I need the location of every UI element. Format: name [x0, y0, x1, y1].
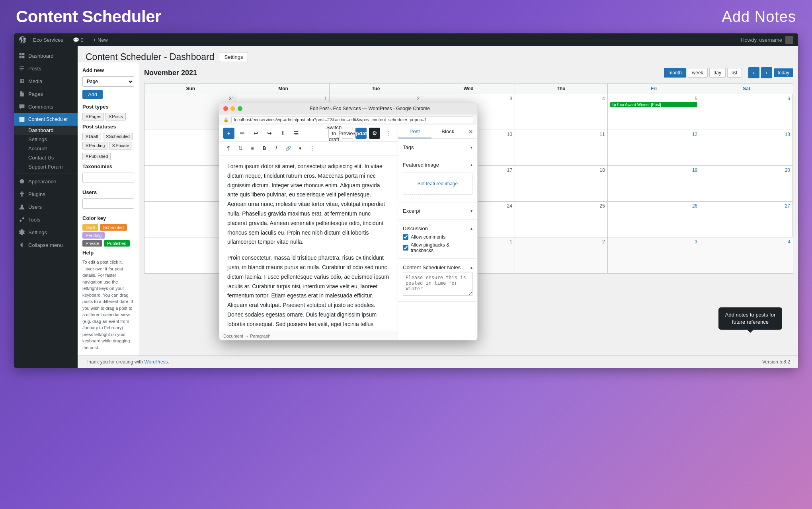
- tag-private[interactable]: ✕Private: [109, 142, 132, 150]
- allow-pingbacks-checkbox[interactable]: [403, 245, 408, 251]
- sidebar-item-appearance[interactable]: Appearance: [14, 175, 78, 188]
- sidebar-sub-support[interactable]: Support Forum: [14, 162, 78, 171]
- cal-cell-nov13[interactable]: 13: [700, 130, 793, 166]
- italic-button[interactable]: I: [271, 143, 281, 153]
- svg-rect-3: [22, 56, 25, 58]
- add-button[interactable]: Add: [82, 90, 103, 99]
- allow-comments-checkbox[interactable]: [403, 234, 408, 240]
- sidebar-item-settings[interactable]: Settings: [14, 226, 78, 239]
- sidebar-sub-contact[interactable]: Contact Us: [14, 153, 78, 162]
- sidebar-sub-dashboard[interactable]: Dashboard: [14, 126, 78, 135]
- close-btn-red[interactable]: [223, 106, 228, 111]
- cal-header-thu: Thu: [515, 84, 608, 94]
- list-view-icon[interactable]: ☰: [291, 128, 302, 139]
- sidebar-item-tools[interactable]: Tools: [14, 213, 78, 226]
- options-icon[interactable]: ⋮: [307, 143, 317, 153]
- site-name[interactable]: Eco Services: [30, 37, 66, 43]
- settings-gear-button[interactable]: ⚙: [369, 128, 380, 139]
- tab-block[interactable]: Block: [431, 125, 465, 138]
- sidebar-item-posts[interactable]: Posts: [14, 62, 78, 75]
- cal-cell-nov5[interactable]: 5 4p Eco Award Winner [Post]: [608, 94, 701, 130]
- sidebar-item-pages[interactable]: Pages: [14, 87, 78, 100]
- switch-to-draft-button[interactable]: Switch to draft: [328, 128, 340, 139]
- sidebar-item-collapse[interactable]: Collapse menu: [14, 239, 78, 251]
- excerpt-chevron[interactable]: ▾: [470, 209, 472, 213]
- notes-textarea[interactable]: [403, 272, 472, 296]
- cal-cell-nov12[interactable]: 12: [608, 130, 701, 166]
- cal-cell-nov20[interactable]: 20: [700, 166, 793, 202]
- sidebar-item-plugins[interactable]: Plugins: [14, 188, 78, 200]
- tag-posts[interactable]: ✕Posts: [105, 113, 126, 120]
- more-options-icon[interactable]: ⋮: [383, 128, 394, 139]
- cal-cell-dec2[interactable]: 2: [515, 237, 608, 273]
- wp-editor: + ✏ ↩ ↪ ℹ ☰ Switch to draft: [219, 125, 477, 340]
- sidebar-item-media[interactable]: Media: [14, 75, 78, 87]
- notes-chevron[interactable]: ▴: [470, 265, 472, 270]
- add-block-button[interactable]: +: [223, 128, 234, 139]
- sidebar-posts-label: Posts: [28, 66, 41, 72]
- footer-link[interactable]: WordPress.: [144, 359, 169, 365]
- tag-draft[interactable]: ✕Draft: [82, 133, 101, 140]
- settings-button[interactable]: Settings: [219, 52, 248, 62]
- sidebar-item-content-scheduler[interactable]: Content Scheduler: [14, 113, 78, 126]
- preview-button[interactable]: Preview: [342, 128, 353, 139]
- today-button[interactable]: today: [774, 68, 793, 77]
- fullscreen-btn-green[interactable]: [238, 106, 242, 111]
- page-type-select[interactable]: Page Post: [82, 76, 134, 87]
- cal-cell-nov6[interactable]: 6: [700, 94, 793, 130]
- undo-button[interactable]: ↩: [250, 128, 262, 139]
- taxonomies-label: Taxonomies: [82, 163, 134, 169]
- pencil-icon[interactable]: ✏: [237, 128, 248, 139]
- main-content: Content Scheduler - Dashboard Settings A…: [78, 46, 798, 368]
- cal-cell-dec3[interactable]: 3: [608, 237, 701, 273]
- info-icon[interactable]: ℹ: [277, 128, 289, 139]
- nav-next[interactable]: ›: [761, 67, 772, 78]
- update-button[interactable]: Update: [355, 128, 367, 139]
- cal-cell-nov18[interactable]: 18: [515, 166, 608, 202]
- minimize-btn-yellow[interactable]: [230, 106, 235, 111]
- tag-scheduled[interactable]: ✕Scheduled: [103, 133, 133, 140]
- paragraph-icon[interactable]: ¶: [223, 143, 234, 153]
- view-month[interactable]: month: [664, 68, 686, 78]
- sidebar-item-comments[interactable]: Comments: [14, 100, 78, 113]
- more-formats-icon[interactable]: ▾: [295, 143, 305, 153]
- nav-prev[interactable]: ‹: [748, 67, 759, 78]
- tag-published[interactable]: ✕Published: [82, 153, 111, 160]
- cal-cell-nov4[interactable]: 4: [515, 94, 608, 130]
- comments-count[interactable]: 💬 0: [70, 37, 87, 43]
- cal-cell-nov11[interactable]: 11: [515, 130, 608, 166]
- featured-image-chevron[interactable]: ▴: [470, 163, 472, 167]
- cal-cell-dec4[interactable]: 4: [700, 237, 793, 273]
- users-input[interactable]: [82, 198, 134, 209]
- discussion-chevron[interactable]: ▴: [470, 226, 472, 231]
- align-icon[interactable]: ≡: [247, 143, 258, 153]
- new-button[interactable]: + New: [90, 37, 111, 43]
- tab-post[interactable]: Post: [398, 125, 431, 138]
- close-panel-icon[interactable]: ✕: [465, 125, 477, 138]
- arrows-icon[interactable]: ⇅: [235, 143, 246, 153]
- set-featured-image-button[interactable]: Set featured image: [403, 173, 472, 195]
- wp-logo[interactable]: [19, 36, 27, 44]
- cal-cell-nov19[interactable]: 19: [608, 166, 701, 202]
- view-day[interactable]: day: [709, 68, 726, 78]
- tag-pages[interactable]: ✕Pages: [82, 113, 104, 120]
- cal-cell-nov25[interactable]: 25: [515, 202, 608, 237]
- link-button[interactable]: 🔗: [283, 143, 293, 153]
- bold-button[interactable]: B: [259, 143, 269, 153]
- tags-chevron[interactable]: ▾: [470, 145, 472, 150]
- tag-pending[interactable]: ✕Pending: [82, 142, 107, 150]
- editor-body[interactable]: Lorem ipsum dolor sit amet, consectetur …: [219, 155, 398, 332]
- view-week[interactable]: week: [688, 68, 708, 78]
- modal-browser-bar: 🔒 localhost/ecoservices/wp-admin/post.ph…: [219, 115, 477, 125]
- taxonomies-input[interactable]: [82, 173, 134, 183]
- sidebar-item-dashboard[interactable]: Dashboard: [14, 49, 78, 62]
- sidebar-sub-settings[interactable]: Settings: [14, 135, 78, 144]
- url-bar[interactable]: localhost/ecoservices/wp-admin/post.php?…: [231, 116, 473, 123]
- view-list[interactable]: list: [727, 68, 742, 78]
- cal-cell-nov26[interactable]: 26: [608, 202, 701, 237]
- sidebar-item-users[interactable]: Users: [14, 200, 78, 213]
- sidebar-sub-account[interactable]: Account: [14, 144, 78, 153]
- cal-event-eco-award[interactable]: 4p Eco Award Winner [Post]: [610, 102, 698, 107]
- cal-cell-nov27[interactable]: 27: [700, 202, 793, 237]
- redo-button[interactable]: ↪: [264, 128, 275, 139]
